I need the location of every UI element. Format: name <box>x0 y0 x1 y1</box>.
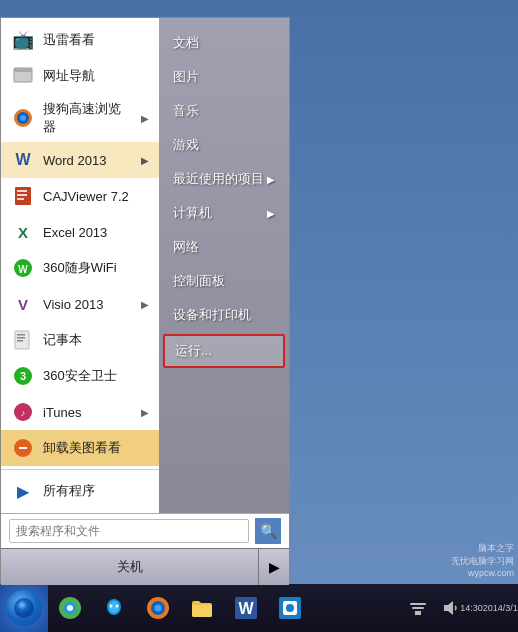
right-item-games[interactable]: 游戏 <box>159 128 289 162</box>
word-icon: W <box>11 148 35 172</box>
webnavigation-icon <box>11 64 35 88</box>
svg-rect-14 <box>17 340 23 342</box>
network-label: 网络 <box>173 238 199 256</box>
menu-item-visio[interactable]: V Visio 2013 ▶ <box>1 286 159 322</box>
svg-rect-6 <box>17 190 27 192</box>
menu-item-sougou[interactable]: 搜狗高速浏览器 ▶ <box>1 94 159 142</box>
right-item-pictures[interactable]: 图片 <box>159 60 289 94</box>
menu-item-webnavigation[interactable]: 网址导航 <box>1 58 159 94</box>
tray-time-icon: 14:30 2014/3/1 <box>468 594 510 622</box>
right-item-music[interactable]: 音乐 <box>159 94 289 128</box>
cajviewer-label: CAJViewer 7.2 <box>43 189 149 204</box>
svg-rect-13 <box>17 337 25 339</box>
documents-label: 文档 <box>173 34 199 52</box>
itunes-label: iTunes <box>43 405 133 420</box>
svg-rect-37 <box>415 611 421 615</box>
taskbar-security[interactable] <box>268 586 312 630</box>
menu-item-itunes[interactable]: ♪ iTunes ▶ <box>1 394 159 430</box>
itunes-icon: ♪ <box>11 400 35 424</box>
svg-point-4 <box>20 115 26 121</box>
svg-rect-8 <box>17 198 24 200</box>
svg-text:W: W <box>238 600 254 617</box>
svg-point-24 <box>67 605 73 611</box>
shutdown-button[interactable]: 关机 <box>1 549 259 585</box>
notepad-label: 记事本 <box>43 331 149 349</box>
taskbar-chrome[interactable] <box>48 586 92 630</box>
thunder-label: 迅雷看看 <box>43 31 149 49</box>
menu-item-notepad[interactable]: 记事本 <box>1 322 159 358</box>
visio-icon: V <box>11 292 35 316</box>
svg-rect-39 <box>410 603 426 605</box>
start-button[interactable] <box>0 584 48 632</box>
watermark: 脑本之字 无忧电脑学习网 wypcw.com <box>451 542 514 580</box>
taskbar: W <box>0 584 518 632</box>
pictures-label: 图片 <box>173 68 199 86</box>
thunder-icon: 📺 <box>11 28 35 52</box>
word-label: Word 2013 <box>43 153 133 168</box>
taskbar-right: 14:30 2014/3/1 <box>396 594 518 622</box>
all-programs-icon: ▶ <box>11 479 35 503</box>
music-label: 音乐 <box>173 102 199 120</box>
search-bar: 🔍 <box>1 513 289 548</box>
right-item-computer[interactable]: 计算机 ▶ <box>159 196 289 230</box>
start-orb <box>6 590 42 626</box>
all-programs-label: 所有程序 <box>43 482 149 500</box>
right-item-recent[interactable]: 最近使用的项目 ▶ <box>159 162 289 196</box>
menu-item-word[interactable]: W Word 2013 ▶ <box>1 142 159 178</box>
visio-label: Visio 2013 <box>43 297 133 312</box>
right-item-network[interactable]: 网络 <box>159 230 289 264</box>
taskbar-folder[interactable] <box>180 586 224 630</box>
svg-point-27 <box>110 605 113 608</box>
svg-point-31 <box>155 605 162 612</box>
shutdown-arrow-button[interactable]: ▶ <box>259 549 289 585</box>
svg-point-36 <box>286 604 294 612</box>
svg-point-28 <box>116 605 119 608</box>
menu-item-cajviewer[interactable]: CAJViewer 7.2 <box>1 178 159 214</box>
menu-item-360security[interactable]: 3 360安全卫士 <box>1 358 159 394</box>
cajviewer-icon <box>11 184 35 208</box>
excel-label: Excel 2013 <box>43 225 149 240</box>
word-arrow: ▶ <box>141 155 149 166</box>
start-menu-right: 文档 图片 音乐 游戏 最近使用的项目 ▶ 计算机 ▶ <box>159 18 289 513</box>
watermark-line1: 脑本之字 <box>451 542 514 555</box>
start-menu-main: 📺 迅雷看看 网址导航 <box>1 18 289 513</box>
search-input[interactable] <box>9 519 249 543</box>
uninstall-meitu-label: 卸载美图看看 <box>43 439 149 457</box>
visio-arrow: ▶ <box>141 299 149 310</box>
watermark-line3: wypcw.com <box>451 567 514 580</box>
controlpanel-label: 控制面板 <box>173 272 225 290</box>
sougou-icon <box>11 106 35 130</box>
right-item-run[interactable]: 运行... <box>163 334 285 368</box>
run-label: 运行... <box>175 342 212 360</box>
webnavigation-label: 网址导航 <box>43 67 149 85</box>
menu-item-360wifi[interactable]: W 360随身WiFi <box>1 250 159 286</box>
search-button[interactable]: 🔍 <box>255 518 281 544</box>
computer-label: 计算机 <box>173 204 212 222</box>
start-menu: 📺 迅雷看看 网址导航 <box>0 17 290 584</box>
menu-item-thunder[interactable]: 📺 迅雷看看 <box>1 22 159 58</box>
sougou-label: 搜狗高速浏览器 <box>43 100 133 136</box>
recent-arrow: ▶ <box>267 174 275 185</box>
360security-icon: 3 <box>11 364 35 388</box>
right-item-controlpanel[interactable]: 控制面板 <box>159 264 289 298</box>
menu-item-uninstall-meitu[interactable]: 卸载美图看看 <box>1 430 159 466</box>
360security-label: 360安全卫士 <box>43 367 149 385</box>
menu-item-excel[interactable]: X Excel 2013 <box>1 214 159 250</box>
menu-item-all-programs[interactable]: ▶ 所有程序 <box>1 473 159 509</box>
shutdown-bar: 关机 ▶ <box>1 548 289 584</box>
svg-text:♪: ♪ <box>21 408 26 418</box>
itunes-arrow: ▶ <box>141 407 149 418</box>
svg-text:3: 3 <box>20 370 26 382</box>
tray-network-icon <box>404 594 432 622</box>
menu-divider-1 <box>1 469 159 470</box>
taskbar-sogou[interactable] <box>136 586 180 630</box>
taskbar-qq[interactable] <box>92 586 136 630</box>
taskbar-word[interactable]: W <box>224 586 268 630</box>
svg-rect-20 <box>19 447 27 449</box>
360wifi-icon: W <box>11 256 35 280</box>
right-item-devices[interactable]: 设备和打印机 <box>159 298 289 332</box>
right-item-documents[interactable]: 文档 <box>159 26 289 60</box>
uninstall-meitu-icon <box>11 436 35 460</box>
svg-rect-1 <box>14 68 32 72</box>
svg-marker-40 <box>444 601 453 615</box>
